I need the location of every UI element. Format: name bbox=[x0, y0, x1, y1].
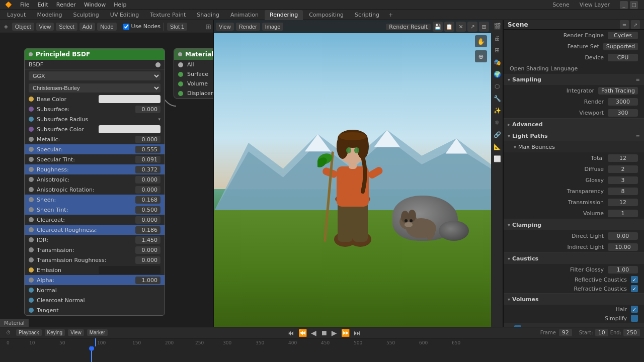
render-samples-value[interactable]: 3000 bbox=[608, 98, 638, 106]
clearcoat-value[interactable]: 0.000 bbox=[135, 216, 160, 224]
sampling-section-header[interactable]: ▾ Sampling ≡ bbox=[504, 74, 644, 85]
anisotropic-rotation-value[interactable]: 0.000 bbox=[135, 186, 160, 194]
blender-logo[interactable]: 🔶 bbox=[2, 0, 15, 10]
viewport-panel[interactable]: View Render Image Render Result 💾 📋 ✕ ↗ … bbox=[214, 20, 491, 327]
ior-row[interactable]: IOR: 1.450 bbox=[25, 235, 165, 245]
light-paths-header[interactable]: ▾ Light Paths ≡ bbox=[504, 130, 644, 141]
clearcoat-roughness-value[interactable]: 0.186 bbox=[135, 226, 160, 234]
edit-menu[interactable]: Edit bbox=[34, 0, 51, 10]
alpha-row[interactable]: Alpha: 1.000 bbox=[25, 275, 165, 285]
window-controls-minimize[interactable]: _ bbox=[620, 1, 628, 9]
world-tab[interactable]: 🌍 bbox=[491, 68, 503, 80]
jump-to-end-btn[interactable]: ⏭ bbox=[353, 329, 362, 337]
subsurface-radius-row[interactable]: Subsurface Radius ▾ bbox=[25, 114, 165, 124]
window-menu[interactable]: Window bbox=[81, 0, 109, 10]
viewport-save-btn[interactable]: 💾 bbox=[433, 22, 443, 32]
specular-value[interactable]: 0.555 bbox=[135, 146, 160, 153]
viewport-render-btn[interactable]: Render bbox=[236, 23, 260, 31]
playback-button[interactable]: Playback bbox=[16, 329, 42, 336]
sheen-value[interactable]: 0.168 bbox=[135, 196, 160, 204]
subsurface-color-swatch[interactable] bbox=[99, 125, 160, 133]
total-bounces-value[interactable]: 12 bbox=[608, 154, 638, 162]
node-editor-dots[interactable]: ⊞ bbox=[205, 23, 211, 31]
tab-scripting[interactable]: Scripting bbox=[350, 10, 384, 20]
motion-blur-header[interactable]: ▾ Motion Blur bbox=[504, 323, 644, 327]
view-button-timeline[interactable]: View bbox=[68, 329, 84, 336]
timeline-content[interactable]: 0 10 50 100 150 200 250 300 350 400 450 … bbox=[0, 338, 644, 362]
tab-animation[interactable]: Animation bbox=[225, 10, 264, 20]
specular-row[interactable]: Specular: 0.555 bbox=[25, 144, 165, 154]
node-area[interactable]: Principled BSDF BSDF GGX Christensen-Bur… bbox=[0, 33, 213, 327]
bsdf-output-socket[interactable] bbox=[155, 62, 160, 67]
tab-uv-editing[interactable]: UV Editing bbox=[105, 10, 144, 20]
transmission-roughness-row[interactable]: Transmission Roughness: 0.000 bbox=[25, 255, 165, 265]
distribution-select[interactable]: GGX bbox=[29, 71, 160, 80]
roughness-value[interactable]: 0.372 bbox=[135, 166, 160, 173]
render-engine-value[interactable]: Cycles bbox=[608, 32, 638, 39]
tangent-row[interactable]: Tangent bbox=[25, 305, 165, 315]
play-reverse-btn[interactable]: ◀ bbox=[310, 329, 317, 337]
render-tab[interactable]: 🎬 bbox=[491, 20, 503, 32]
timeline-bar[interactable] bbox=[0, 346, 644, 362]
slot-button[interactable]: Slot 1 bbox=[167, 23, 187, 31]
window-controls-maximize[interactable]: □ bbox=[630, 1, 638, 9]
sheen-tint-row[interactable]: Sheen Tint: 0.500 bbox=[25, 205, 165, 215]
viewport-samples-value[interactable]: 300 bbox=[608, 109, 638, 117]
physics-tab[interactable]: ⚛ bbox=[491, 117, 503, 129]
base-color-swatch[interactable] bbox=[99, 95, 160, 103]
tab-sculpting[interactable]: Sculpting bbox=[68, 10, 104, 20]
caustics-header[interactable]: ▾ Caustics bbox=[504, 253, 644, 264]
transmission-roughness-value[interactable]: 0.000 bbox=[135, 256, 160, 264]
viewport-external-btn[interactable]: ↗ bbox=[467, 22, 477, 32]
normal-row[interactable]: Normal bbox=[25, 285, 165, 295]
feature-set-value[interactable]: Supported bbox=[603, 43, 638, 50]
stop-btn[interactable]: ⏹ bbox=[319, 329, 329, 337]
data-tab[interactable]: 📐 bbox=[491, 141, 503, 153]
select-button[interactable]: Select bbox=[56, 23, 77, 31]
node-button[interactable]: Node bbox=[97, 23, 116, 31]
panel-settings-icon[interactable]: ≡ bbox=[620, 20, 629, 29]
tab-modeling[interactable]: Modeling bbox=[32, 10, 67, 20]
emission-color-swatch[interactable] bbox=[99, 266, 160, 274]
panel-collapse-icon[interactable]: ↗ bbox=[631, 20, 640, 29]
integrator-value[interactable]: Path Tracing bbox=[598, 87, 638, 95]
reflective-caustics-checkbox[interactable] bbox=[631, 276, 638, 283]
anisotropic-row[interactable]: Anisotropic: 0.000 bbox=[25, 174, 165, 185]
clearcoat-row[interactable]: Clearcoat: 0.000 bbox=[25, 215, 165, 225]
file-menu[interactable]: File bbox=[17, 0, 32, 10]
motion-blur-toggle[interactable] bbox=[514, 325, 521, 327]
glossy-bounces-value[interactable]: 3 bbox=[608, 176, 638, 184]
indirect-light-value[interactable]: 10.00 bbox=[608, 243, 638, 251]
direct-light-value[interactable]: 0.00 bbox=[608, 232, 638, 240]
specular-tint-value[interactable]: 0.091 bbox=[135, 156, 160, 163]
constraints-tab[interactable]: 🔗 bbox=[491, 129, 503, 141]
tab-shading[interactable]: Shading bbox=[192, 10, 224, 20]
add-workspace-button[interactable]: + bbox=[385, 12, 396, 18]
filter-glossy-value[interactable]: 1.00 bbox=[608, 266, 638, 274]
current-frame-value[interactable]: 92 bbox=[559, 329, 572, 336]
tab-layout[interactable]: Layout bbox=[2, 10, 31, 20]
subsurface-value[interactable]: 0.000 bbox=[135, 106, 160, 113]
sheen-row[interactable]: Sheen: 0.168 bbox=[25, 195, 165, 205]
start-frame-value[interactable]: 10 bbox=[595, 329, 608, 336]
object-tab[interactable]: ⬡ bbox=[491, 80, 503, 93]
subsurface-method-select[interactable]: Christensen-Burley bbox=[29, 83, 160, 93]
view-layer-tab[interactable]: ⊞ bbox=[491, 44, 503, 56]
clamping-header[interactable]: ▾ Clamping bbox=[504, 219, 644, 230]
transmission-bounces-value[interactable]: 12 bbox=[608, 199, 638, 206]
play-btn[interactable]: ▶ bbox=[331, 329, 338, 337]
subsurface-color-row[interactable]: Subsurface Color bbox=[25, 124, 165, 134]
bsdf-node-collapse-dot[interactable] bbox=[29, 52, 33, 56]
hair-checkbox[interactable] bbox=[631, 306, 638, 313]
material-output-dot[interactable] bbox=[178, 52, 182, 56]
max-bounces-header[interactable]: ▾ Max Bounces bbox=[504, 141, 644, 152]
metallic-value[interactable]: 0.000 bbox=[135, 136, 160, 143]
viewport-close-btn[interactable]: ✕ bbox=[456, 22, 466, 32]
scene-tab[interactable]: 🎭 bbox=[491, 56, 503, 68]
modifier-tab[interactable]: 🔧 bbox=[491, 93, 503, 105]
tab-texture-paint[interactable]: Texture Paint bbox=[145, 10, 191, 20]
render-menu[interactable]: Render bbox=[53, 0, 79, 10]
specular-tint-row[interactable]: Specular Tint: 0.091 bbox=[25, 154, 165, 164]
anisotropic-rotation-row[interactable]: Anisotropic Rotation: 0.000 bbox=[25, 185, 165, 195]
viewport-zoom-fit-btn[interactable]: ⊞ bbox=[479, 22, 489, 32]
